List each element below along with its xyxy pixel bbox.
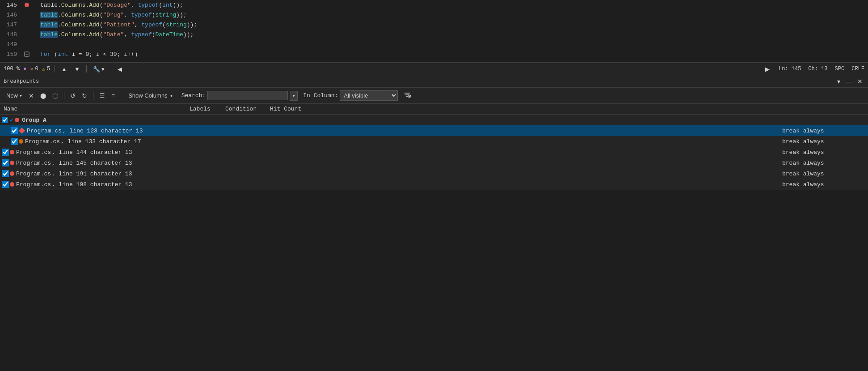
column-position: Ch: 13: [808, 66, 827, 72]
code-line-146: 146 table.Columns.Add("Drug", typeof(str…: [0, 10, 868, 20]
bp-diamond-icon-1: [19, 128, 25, 134]
bp-check-4[interactable]: [2, 159, 9, 166]
line-content-146: table.Columns.Add("Drug", typeof(string)…: [31, 12, 187, 18]
show-columns-chevron: ▾: [170, 93, 173, 98]
breakpoint-gutter-150: [22, 51, 31, 57]
new-button-chevron: ▾: [20, 93, 22, 98]
panel-title-bar: Breakpoints ▾ — ✕: [0, 75, 868, 88]
line-number-145: 145: [0, 2, 22, 9]
line-content-150: for (int i = 0; i < 30; i++): [31, 51, 138, 58]
line-number-150: 150: [0, 51, 22, 58]
group-row-a[interactable]: ✔ Group A: [0, 115, 868, 125]
breakpoint-row-3[interactable]: Program.cs , line 144 character 13 break…: [0, 147, 868, 158]
breakpoint-row-2[interactable]: Program.cs , line 133 character 17 break…: [0, 136, 868, 147]
search-label: Search:: [181, 92, 206, 99]
disable-circle-button[interactable]: ◯: [50, 92, 60, 100]
action-button[interactable]: 🔧 ▾: [91, 65, 107, 73]
nav-right-button[interactable]: ▶: [763, 65, 771, 73]
group-dot-a: [15, 118, 19, 122]
toolbar-sep-1: [64, 91, 64, 100]
breakpoints-panel: Breakpoints ▾ — ✕ New ▾ ✕ ⬤ ◯ ↺ ↻ ☰ ≡ Sh…: [0, 75, 868, 190]
bp-location-4: , line 145 character 13: [52, 160, 779, 166]
group-button[interactable]: ☰: [97, 91, 107, 100]
breakpoint-dot-145: [25, 3, 29, 7]
breakpoint-row-1[interactable]: Program.cs , line 128 character 13 break…: [0, 125, 868, 136]
code-editor: 145 table.Columns.Add("Dosage", typeof(i…: [0, 0, 868, 63]
panel-minimize-button[interactable]: —: [844, 77, 854, 85]
error-status[interactable]: ✕ 0: [30, 66, 38, 72]
bp-condition-5: break always: [779, 171, 868, 177]
group-check-icon: ✔: [10, 117, 13, 124]
bp-location-3: , line 144 character 13: [52, 149, 779, 156]
bp-condition-3: break always: [779, 149, 868, 156]
collapse-button[interactable]: ◀: [116, 65, 124, 73]
col-header-condition: Condition: [225, 106, 270, 112]
bp-check-3[interactable]: [2, 149, 9, 156]
bp-circle-icon-3: [10, 150, 14, 154]
bp-condition-2: break always: [779, 138, 868, 145]
bp-filename-6: Program.cs: [16, 181, 51, 188]
col-header-hitcount: Hit Count: [270, 106, 315, 112]
new-button[interactable]: New ▾: [4, 91, 25, 100]
toolbar-sep-3: [121, 91, 121, 100]
filter-button[interactable]: [401, 90, 413, 101]
breakpoints-table: Name Labels Condition Hit Count ✔ Group …: [0, 104, 868, 190]
bp-location-1: , line 128 character 13: [63, 128, 779, 134]
status-divider-1: [55, 65, 55, 72]
bp-filename-5: Program.cs: [16, 171, 51, 177]
fold-icon-150: [24, 51, 30, 57]
bp-check-5[interactable]: [2, 170, 9, 177]
diamond-shape-1: [19, 128, 25, 134]
bp-location-2: , line 133 character 17: [61, 138, 779, 145]
group-checkbox-a[interactable]: [2, 117, 8, 123]
bp-filename-2: Program.cs: [25, 138, 60, 145]
show-columns-button[interactable]: Show Columns ▾: [125, 91, 176, 100]
bp-check-1[interactable]: [11, 127, 18, 134]
nav-down-button[interactable]: ▼: [72, 65, 82, 73]
panel-dropdown-button[interactable]: ▾: [835, 77, 842, 85]
search-dropdown-button[interactable]: ▾: [290, 91, 298, 101]
line-number-147: 147: [0, 21, 22, 28]
bp-circle-icon-2: [19, 139, 23, 144]
bp-check-6[interactable]: [2, 181, 9, 188]
line-number-146: 146: [0, 12, 22, 18]
group-name-a: Group A: [22, 117, 46, 124]
delete-button[interactable]: ✕: [26, 91, 36, 100]
debug-icon: ●: [23, 66, 26, 72]
code-line-145: 145 table.Columns.Add("Dosage", typeof(i…: [0, 0, 868, 10]
warning-status[interactable]: ⚠ 5: [42, 66, 50, 72]
bp-filename-1: Program.cs: [27, 128, 62, 134]
undo-button[interactable]: ↺: [68, 91, 78, 100]
error-icon: ✕: [30, 66, 33, 72]
status-divider-2: [86, 65, 87, 72]
code-line-150: 150 for (int i = 0; i < 30; i++): [0, 49, 868, 59]
status-right: ▶ Ln: 145 Ch: 13 SPC CRLF: [763, 65, 864, 73]
breakpoint-row-6[interactable]: Program.cs , line 198 character 13 break…: [0, 179, 868, 190]
col-header-name: Name: [2, 106, 190, 112]
redo-button[interactable]: ↻: [80, 91, 89, 100]
code-line-148: 148 table.Columns.Add("Date", typeof(Dat…: [0, 30, 868, 39]
nav-up-button[interactable]: ▲: [59, 65, 69, 73]
bp-circle-icon-6: [10, 182, 14, 187]
bp-filename-4: Program.cs: [16, 160, 51, 166]
bp-circle-icon-5: [10, 171, 14, 176]
line-content-148: table.Columns.Add("Date", typeof(DateTim…: [31, 31, 194, 38]
warning-count: 5: [47, 66, 50, 72]
line-content-145: table.Columns.Add("Dosage", typeof(int))…: [31, 2, 183, 9]
panel-close-button[interactable]: ✕: [855, 77, 864, 85]
breakpoint-row-5[interactable]: Program.cs , line 191 character 13 break…: [0, 168, 868, 179]
status-bar: 100 % ● ✕ 0 ⚠ 5 ▲ ▼ 🔧 ▾ ◀ ▶ Ln: 145 Ch: …: [0, 63, 868, 75]
bp-check-2[interactable]: [11, 138, 18, 145]
toolbar: New ▾ ✕ ⬤ ◯ ↺ ↻ ☰ ≡ Show Columns ▾ Searc…: [0, 88, 868, 104]
bp-condition-6: break always: [779, 181, 868, 188]
column-select[interactable]: All visible: [340, 90, 398, 101]
ungroup-button[interactable]: ≡: [109, 91, 117, 100]
show-columns-label: Show Columns: [128, 92, 167, 99]
breakpoint-row-4[interactable]: Program.cs , line 145 character 13 break…: [0, 158, 868, 168]
status-zoom: 100 %: [4, 66, 20, 72]
filter-icon: [404, 91, 411, 98]
enable-circle-button[interactable]: ⬤: [38, 92, 48, 100]
panel-title: Breakpoints: [4, 78, 39, 85]
bp-location-6: , line 198 character 13: [52, 181, 779, 188]
search-input[interactable]: [207, 91, 288, 100]
